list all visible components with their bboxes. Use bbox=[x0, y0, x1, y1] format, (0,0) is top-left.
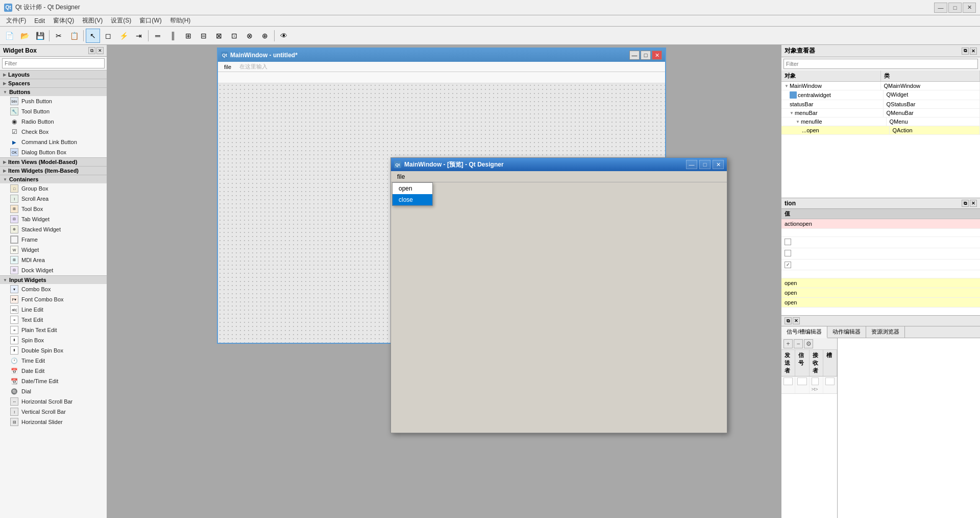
widget-mdi-area[interactable]: ⊞ MDI Area bbox=[0, 255, 107, 265]
widget-datetime-edit[interactable]: 📆 Date/Time Edit bbox=[0, 376, 107, 386]
toolbar-new-button[interactable]: 📄 bbox=[2, 29, 16, 43]
widget-radio-button[interactable]: ◉ Radio Button bbox=[0, 116, 107, 127]
app-minimize-button[interactable]: — bbox=[934, 3, 947, 13]
bottom-panel-close-button[interactable]: ✕ bbox=[793, 317, 800, 324]
widget-dialog-button-box[interactable]: OK Dialog Button Box bbox=[0, 147, 107, 157]
toolbar-pointer-button[interactable]: ↖ bbox=[86, 29, 100, 43]
toolbar-signal-button[interactable]: ⚡ bbox=[116, 29, 131, 43]
prop-row-checkbox2[interactable] bbox=[781, 248, 980, 260]
toolbar-tab-button[interactable]: ⇥ bbox=[132, 29, 146, 43]
toolbar-break-layout-button[interactable]: ⊗ bbox=[242, 29, 257, 43]
checkbox1-icon[interactable] bbox=[785, 239, 791, 245]
preview-maximize-button[interactable]: □ bbox=[699, 160, 710, 169]
designer-close-button[interactable]: ✕ bbox=[652, 51, 662, 60]
category-layouts[interactable]: ▶ Layouts bbox=[0, 70, 107, 79]
obj-row-action-open[interactable]: ...open QAction bbox=[781, 126, 980, 135]
widget-tool-box[interactable]: ⊞ Tool Box bbox=[0, 204, 107, 214]
preview-dropdown-close[interactable]: close bbox=[393, 194, 432, 205]
category-item-widgets[interactable]: ▶ Item Widgets (Item-Based) bbox=[0, 166, 107, 175]
checkbox3-icon[interactable]: ✓ bbox=[785, 262, 791, 268]
widget-group-box[interactable]: □ Group Box bbox=[0, 183, 107, 194]
category-buttons[interactable]: ▼ Buttons bbox=[0, 87, 107, 96]
menu-window[interactable]: 窗口(W) bbox=[135, 15, 165, 26]
preview-close-button[interactable]: ✕ bbox=[713, 160, 724, 169]
category-input-widgets[interactable]: ▼ Input Widgets bbox=[0, 275, 107, 284]
widget-plain-text-edit[interactable]: ≡ Plain Text Edit bbox=[0, 325, 107, 335]
widget-spin-box[interactable]: ⬍ Spin Box bbox=[0, 335, 107, 345]
toolbar-layout-hsplit-button[interactable]: ⊠ bbox=[212, 29, 226, 43]
toolbar-widget-button[interactable]: ◻ bbox=[101, 29, 115, 43]
preview-menu-file[interactable]: file bbox=[393, 172, 409, 181]
widget-check-box[interactable]: ☑ Check Box bbox=[0, 127, 107, 137]
designer-menu-type-here[interactable]: 在这里输入 bbox=[235, 62, 272, 71]
widget-line-edit[interactable]: ab| Line Edit bbox=[0, 304, 107, 315]
toolbar-copy-button[interactable]: 📋 bbox=[67, 29, 81, 43]
preview-body[interactable] bbox=[391, 182, 727, 433]
object-inspector-close-button[interactable]: ✕ bbox=[970, 48, 977, 55]
checkbox2-icon[interactable] bbox=[785, 250, 791, 256]
widget-date-edit[interactable]: 📅 Date Edit bbox=[0, 366, 107, 376]
tab-signal-slot-editor[interactable]: 信号/槽编辑器 bbox=[781, 326, 827, 338]
menu-edit[interactable]: Edit bbox=[30, 16, 49, 26]
obj-row-centralwidget[interactable]: centralwidget QWidget bbox=[781, 90, 980, 100]
prop-row-checkbox1[interactable] bbox=[781, 237, 980, 248]
signal-filter-signal-input[interactable] bbox=[797, 378, 806, 385]
designer-maximize-button[interactable]: □ bbox=[641, 51, 651, 60]
widget-push-button[interactable]: btn Push Button bbox=[0, 96, 107, 106]
prop-row-checkbox3[interactable]: ✓ bbox=[781, 260, 980, 270]
object-inspector-undock-button[interactable]: ⧉ bbox=[962, 48, 969, 55]
widget-scroll-area[interactable]: ↕ Scroll Area bbox=[0, 194, 107, 204]
toolbar-layout-v-button[interactable]: ║ bbox=[166, 29, 180, 43]
obj-row-menufile[interactable]: ▼ menufile QMenu bbox=[781, 117, 980, 126]
menu-file[interactable]: 文件(F) bbox=[2, 15, 30, 26]
obj-row-mainwindow[interactable]: ▼ MainWindow QMainWindow bbox=[781, 82, 980, 90]
toolbar-adjust-button[interactable]: ⊕ bbox=[258, 29, 272, 43]
widget-box-undock-button[interactable]: ⧉ bbox=[88, 47, 95, 54]
toolbar-layout-grid-button[interactable]: ⊞ bbox=[181, 29, 195, 43]
tab-action-editor[interactable]: 动作编辑器 bbox=[827, 326, 866, 338]
signal-filter-sender-input[interactable] bbox=[783, 378, 793, 385]
prop-checkbox3-value[interactable]: ✓ bbox=[781, 260, 980, 270]
widget-box-filter-input[interactable] bbox=[2, 58, 105, 68]
widget-widget[interactable]: W Widget bbox=[0, 245, 107, 255]
category-spacers[interactable]: ▶ Spacers bbox=[0, 79, 107, 87]
prop-checkbox1-value[interactable] bbox=[781, 237, 980, 248]
preview-dropdown-open[interactable]: open bbox=[393, 183, 432, 194]
app-maximize-button[interactable]: □ bbox=[948, 3, 962, 13]
menu-view[interactable]: 视图(V) bbox=[78, 15, 107, 26]
signal-filter-receiver-input[interactable] bbox=[812, 378, 819, 385]
tab-resource-browser[interactable]: 资源浏览器 bbox=[866, 326, 905, 338]
widget-text-edit[interactable]: ≡ Text Edit bbox=[0, 315, 107, 325]
widget-tab-widget[interactable]: ⊟ Tab Widget bbox=[0, 214, 107, 224]
bottom-panel-undock-button[interactable]: ⧉ bbox=[785, 317, 792, 324]
signal-config-button[interactable]: ⚙ bbox=[804, 339, 813, 348]
widget-dock-widget[interactable]: ⊟ Dock Widget bbox=[0, 265, 107, 275]
widget-combo-box[interactable]: ▾ Combo Box bbox=[0, 284, 107, 294]
toolbar-preview-button[interactable]: 👁 bbox=[277, 29, 291, 43]
widget-tool-button[interactable]: 🔧 Tool Button bbox=[0, 106, 107, 116]
menu-help[interactable]: 帮助(H) bbox=[166, 15, 195, 26]
signal-add-button[interactable]: + bbox=[783, 339, 793, 348]
category-containers[interactable]: ▼ Containers bbox=[0, 175, 107, 183]
signal-filter-slot-input[interactable] bbox=[825, 378, 835, 385]
widget-vertical-scroll-bar[interactable]: ↕ Vertical Scroll Bar bbox=[0, 407, 107, 417]
toolbar-layout-vsplit-button[interactable]: ⊡ bbox=[227, 29, 241, 43]
properties-undock-button[interactable]: ⧉ bbox=[962, 200, 969, 207]
menu-form[interactable]: 窗体(Q) bbox=[49, 15, 78, 26]
widget-horizontal-slider[interactable]: ⊟ Horizontal Slider bbox=[0, 417, 107, 427]
toolbar-cut-button[interactable]: ✂ bbox=[52, 29, 66, 43]
toolbar-layout-form-button[interactable]: ⊟ bbox=[197, 29, 211, 43]
widget-time-edit[interactable]: 🕐 Time Edit bbox=[0, 356, 107, 366]
object-inspector-filter-input[interactable] bbox=[783, 59, 978, 69]
widget-dial[interactable]: 🔘 Dial bbox=[0, 386, 107, 396]
designer-menu-file[interactable]: file bbox=[220, 63, 235, 70]
obj-row-menubar[interactable]: ▼ menuBar QMenuBar bbox=[781, 109, 980, 117]
widget-double-spin-box[interactable]: ⬍ Double Spin Box bbox=[0, 345, 107, 356]
category-item-views[interactable]: ▶ Item Views (Model-Based) bbox=[0, 157, 107, 166]
widget-box-close-button[interactable]: ✕ bbox=[96, 47, 104, 54]
preview-minimize-button[interactable]: — bbox=[686, 160, 697, 169]
designer-minimize-button[interactable]: — bbox=[629, 51, 640, 60]
app-close-button[interactable]: ✕ bbox=[963, 3, 976, 13]
toolbar-layout-h-button[interactable]: ═ bbox=[151, 29, 165, 43]
prop-checkbox2-value[interactable] bbox=[781, 248, 980, 259]
